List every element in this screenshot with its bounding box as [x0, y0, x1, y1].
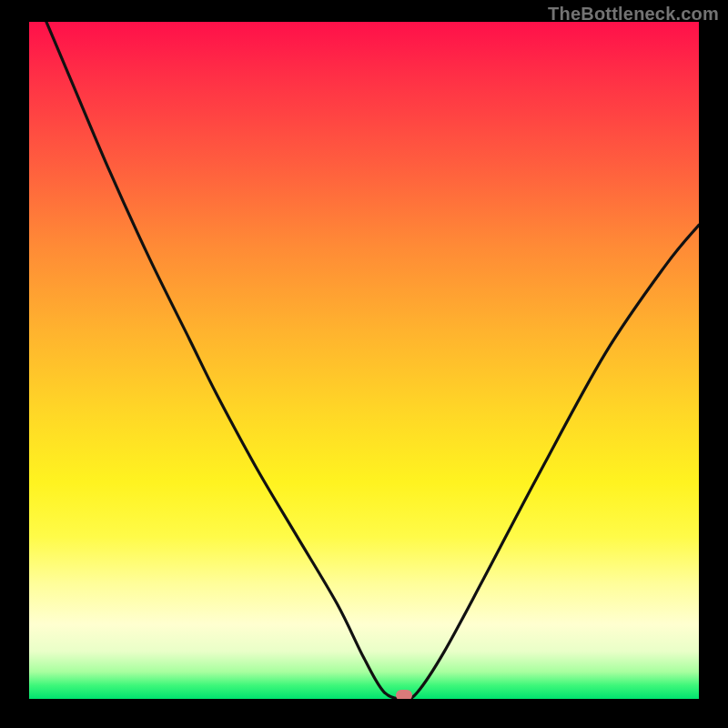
watermark-label: TheBottleneck.com	[548, 4, 719, 25]
optimal-point-marker	[396, 690, 412, 699]
bottleneck-curve	[29, 22, 699, 699]
plot-area	[29, 22, 699, 699]
chart-frame: TheBottleneck.com	[0, 0, 728, 728]
